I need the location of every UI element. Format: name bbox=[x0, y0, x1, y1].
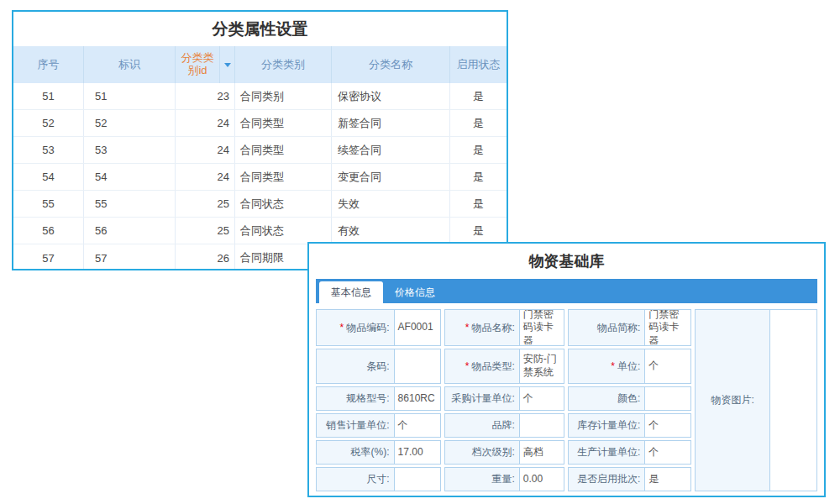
field-unit: * 单位: 个 bbox=[568, 349, 691, 384]
tab-bar: 基本信息 价格信息 bbox=[316, 279, 817, 303]
field-weight: 重量: 0.00 bbox=[444, 467, 564, 491]
cell-category-id: 26 bbox=[176, 244, 235, 270]
field-value: 高档 bbox=[520, 441, 564, 464]
required-mark: * bbox=[340, 322, 344, 334]
field-value: 个 bbox=[520, 387, 564, 410]
field-value: 8610RC bbox=[395, 387, 440, 410]
field-value: AF0001 bbox=[395, 310, 440, 345]
cell-category-name: 失效 bbox=[332, 191, 450, 217]
category-table-header: 序号 标识 分类类别id 分类类别 分类名称 启用状态 bbox=[13, 46, 507, 83]
field-value: 0.00 bbox=[520, 468, 564, 491]
field-value: 门禁密码读卡器 bbox=[645, 310, 690, 345]
field-label: 生产计量单位: bbox=[569, 441, 645, 464]
cell-enable-status: 是 bbox=[450, 164, 507, 190]
field-brand: 品牌: bbox=[444, 413, 564, 438]
cell-identifier: 56 bbox=[84, 218, 176, 244]
column-header-category-name[interactable]: 分类名称 bbox=[332, 46, 450, 83]
cell-enable-status: 是 bbox=[450, 191, 507, 217]
tab-price-info[interactable]: 价格信息 bbox=[383, 281, 447, 303]
cell-category-type: 合同类型 bbox=[235, 110, 332, 136]
tab-basic-info[interactable]: 基本信息 bbox=[319, 281, 383, 303]
cell-category-id: 24 bbox=[176, 164, 235, 190]
field-label: * 物品编码: bbox=[317, 310, 395, 345]
field-label: 尺寸: bbox=[317, 468, 395, 491]
cell-seq: 54 bbox=[13, 164, 84, 190]
field-purchase-unit: 采购计量单位: 个 bbox=[444, 386, 564, 411]
field-spec-model: 规格型号: 8610RC bbox=[316, 386, 441, 411]
field-production-unit: 生产计量单位: 个 bbox=[568, 440, 691, 465]
field-label: 税率(%): bbox=[317, 441, 395, 464]
column-header-seq[interactable]: 序号 bbox=[13, 46, 84, 83]
field-value bbox=[520, 414, 564, 437]
cell-enable-status: 是 bbox=[450, 218, 507, 244]
table-row[interactable]: 52 52 24 合同类型 新签合同 是 bbox=[13, 110, 507, 137]
field-label: * 单位: bbox=[569, 349, 645, 383]
field-label: 库存计量单位: bbox=[569, 414, 645, 437]
column-header-enable-status[interactable]: 启用状态 bbox=[450, 46, 507, 83]
field-batch-enabled: 是否启用批次: 是 bbox=[568, 467, 691, 491]
cell-enable-status: 是 bbox=[450, 110, 507, 136]
cell-identifier: 51 bbox=[84, 83, 176, 109]
basic-info-form: * 物品编码: AF0001 * 物品名称: 门禁密码读卡器 物品简称: 门禁密… bbox=[316, 309, 817, 491]
material-panel-title: 物资基础库 bbox=[309, 244, 824, 279]
chevron-down-icon bbox=[224, 63, 231, 67]
cell-enable-status: 是 bbox=[450, 83, 507, 109]
cell-category-type: 合同状态 bbox=[235, 218, 332, 244]
column-header-category-id[interactable]: 分类类别id bbox=[176, 46, 235, 83]
field-label: 物资图片: bbox=[696, 310, 770, 491]
field-label: 物品简称: bbox=[569, 310, 645, 345]
table-row[interactable]: 54 54 24 合同类型 变更合同 是 bbox=[13, 164, 507, 191]
required-mark: * bbox=[465, 360, 470, 373]
cell-seq: 51 bbox=[13, 83, 84, 109]
cell-category-type: 合同类别 bbox=[235, 83, 332, 109]
required-mark: * bbox=[611, 360, 615, 373]
cell-category-name: 变更合同 bbox=[332, 164, 450, 190]
cell-category-id: 25 bbox=[176, 218, 235, 244]
column-sort-dropdown[interactable] bbox=[219, 46, 234, 83]
field-value bbox=[395, 468, 440, 491]
cell-seq: 55 bbox=[13, 191, 84, 217]
field-color: 颜色: bbox=[568, 386, 691, 411]
field-label: 档次级别: bbox=[445, 441, 520, 464]
table-row[interactable]: 56 56 25 合同状态 有效 是 bbox=[13, 218, 507, 244]
field-label: * 物品类型: bbox=[445, 349, 520, 383]
field-label: 重量: bbox=[445, 468, 520, 491]
cell-category-name: 续签合同 bbox=[332, 137, 450, 163]
cell-category-type: 合同类型 bbox=[235, 137, 332, 163]
column-header-identifier[interactable]: 标识 bbox=[84, 46, 176, 83]
field-label: 销售计量单位: bbox=[317, 414, 395, 437]
field-item-type: * 物品类型: 安防-门禁系统 bbox=[444, 349, 564, 384]
table-row[interactable]: 53 53 24 合同类型 续签合同 是 bbox=[13, 137, 507, 164]
cell-category-name: 保密协议 bbox=[332, 83, 450, 109]
field-item-name: * 物品名称: 门禁密码读卡器 bbox=[444, 309, 564, 346]
cell-identifier: 55 bbox=[84, 191, 176, 217]
field-item-short-name: 物品简称: 门禁密码读卡器 bbox=[568, 309, 691, 346]
field-label: 采购计量单位: bbox=[445, 387, 520, 410]
field-sales-unit: 销售计量单位: 个 bbox=[316, 413, 441, 438]
cell-category-type: 合同状态 bbox=[235, 191, 332, 217]
cell-category-id: 23 bbox=[176, 83, 235, 109]
cell-category-id: 24 bbox=[176, 110, 235, 136]
category-panel-title: 分类属性设置 bbox=[13, 12, 507, 46]
field-value: 个 bbox=[645, 349, 690, 383]
field-value: 17.00 bbox=[395, 441, 440, 464]
column-header-category-type[interactable]: 分类类别 bbox=[235, 46, 332, 83]
field-barcode: 条码: bbox=[316, 349, 441, 384]
table-row[interactable]: 55 55 25 合同状态 失效 是 bbox=[13, 191, 507, 218]
field-label: 规格型号: bbox=[317, 387, 395, 410]
field-grade-level: 档次级别: 高档 bbox=[444, 440, 564, 465]
field-label: 颜色: bbox=[569, 387, 645, 410]
material-library-panel: 物资基础库 基本信息 价格信息 * 物品编码: AF0001 * 物品名称: 门… bbox=[307, 242, 826, 497]
required-mark: * bbox=[465, 322, 470, 334]
cell-seq: 53 bbox=[13, 137, 84, 163]
cell-seq: 57 bbox=[13, 244, 84, 270]
material-image-placeholder bbox=[770, 310, 816, 491]
table-row[interactable]: 51 51 23 合同类别 保密协议 是 bbox=[13, 83, 507, 110]
field-value bbox=[645, 387, 690, 410]
field-value: 个 bbox=[645, 441, 690, 464]
field-size: 尺寸: bbox=[316, 467, 441, 491]
field-value: 安防-门禁系统 bbox=[520, 349, 564, 383]
cell-enable-status: 是 bbox=[450, 137, 507, 163]
field-value: 是 bbox=[645, 468, 690, 491]
desktop: 分类属性设置 序号 标识 分类类别id 分类类别 分类名称 启用状态 51 51… bbox=[0, 0, 840, 504]
